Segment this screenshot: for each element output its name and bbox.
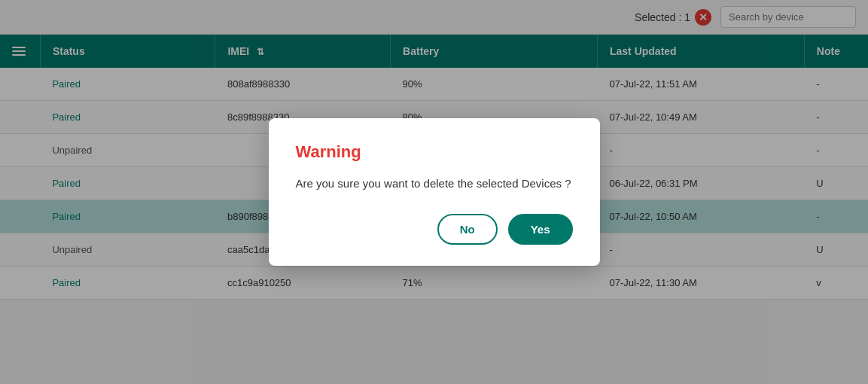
- modal-title: Warning: [296, 142, 573, 162]
- warning-modal: Warning Are you sure you want to delete …: [269, 118, 600, 266]
- modal-actions: No Yes: [296, 214, 573, 245]
- modal-overlay: Warning Are you sure you want to delete …: [0, 0, 868, 300]
- modal-body: Are you sure you want to delete the sele…: [296, 175, 573, 193]
- yes-button[interactable]: Yes: [508, 214, 573, 245]
- no-button[interactable]: No: [437, 214, 498, 245]
